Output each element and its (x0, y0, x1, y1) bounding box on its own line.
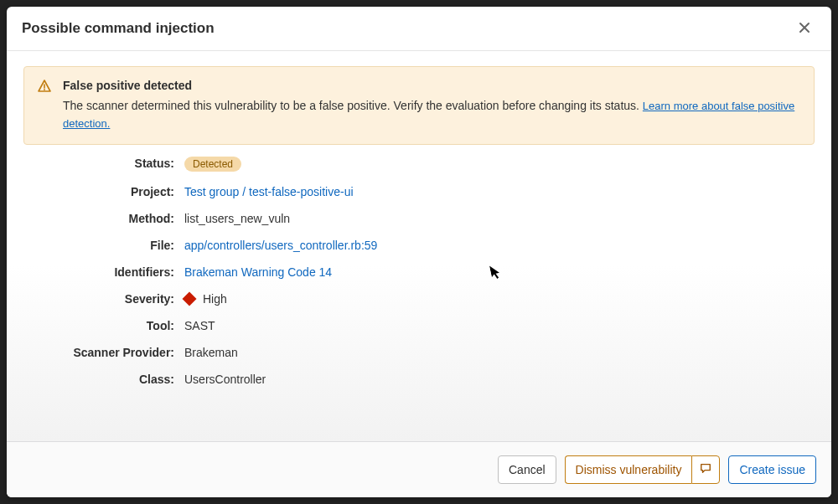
alert-message: The scanner determined this vulnerabilit… (63, 99, 643, 112)
vulnerability-modal: Possible command injection False positiv… (7, 7, 831, 497)
comment-icon (700, 462, 711, 477)
severity-text: High (203, 292, 227, 306)
dismiss-comment-button[interactable] (691, 455, 720, 484)
identifiers-value: Brakeman Warning Code 14 (184, 265, 815, 279)
tool-label: Tool: (23, 319, 174, 332)
tool-value: SAST (184, 319, 815, 332)
modal-body: False positive detected The scanner dete… (7, 51, 831, 441)
dismiss-button-group: Dismiss vulnerability (565, 455, 721, 484)
alert-title: False positive detected (63, 79, 800, 92)
method-value: list_users_new_vuln (184, 212, 815, 225)
alert-content: False positive detected The scanner dete… (63, 79, 800, 132)
severity-high-icon (183, 292, 197, 306)
status-value: Detected (184, 157, 815, 172)
identifiers-label: Identifiers: (23, 265, 174, 279)
status-badge: Detected (184, 157, 241, 172)
method-label: Method: (23, 212, 174, 225)
scanner-provider-value: Brakeman (184, 346, 815, 359)
details-grid: Status: Detected Project: Test group / t… (23, 157, 815, 386)
severity-value: High (184, 292, 815, 306)
alert-text: The scanner determined this vulnerabilit… (63, 97, 800, 132)
close-icon (798, 19, 811, 38)
modal-title: Possible command injection (22, 20, 215, 37)
project-label: Project: (23, 185, 174, 198)
modal-header: Possible command injection (7, 7, 831, 51)
project-value: Test group / test-false-positive-ui (184, 185, 815, 198)
identifier-link[interactable]: Brakeman Warning Code 14 (184, 265, 332, 279)
create-issue-button[interactable]: Create issue (728, 455, 816, 484)
severity-label: Severity: (23, 292, 174, 306)
file-link[interactable]: app/controllers/users_controller.rb:59 (184, 239, 377, 252)
cancel-button[interactable]: Cancel (498, 455, 556, 484)
file-value: app/controllers/users_controller.rb:59 (184, 239, 815, 252)
scanner-provider-label: Scanner Provider: (23, 346, 174, 359)
close-button[interactable] (793, 18, 816, 39)
warning-icon (38, 80, 51, 93)
class-value: UsersController (184, 373, 815, 386)
file-label: File: (23, 239, 174, 252)
class-label: Class: (23, 373, 174, 386)
dismiss-vulnerability-button[interactable]: Dismiss vulnerability (565, 455, 692, 484)
status-label: Status: (23, 157, 174, 172)
false-positive-alert: False positive detected The scanner dete… (23, 66, 815, 145)
project-link[interactable]: Test group / test-false-positive-ui (184, 185, 354, 198)
svg-point-1 (44, 89, 45, 90)
modal-footer: Cancel Dismiss vulnerability Create issu… (7, 441, 831, 497)
